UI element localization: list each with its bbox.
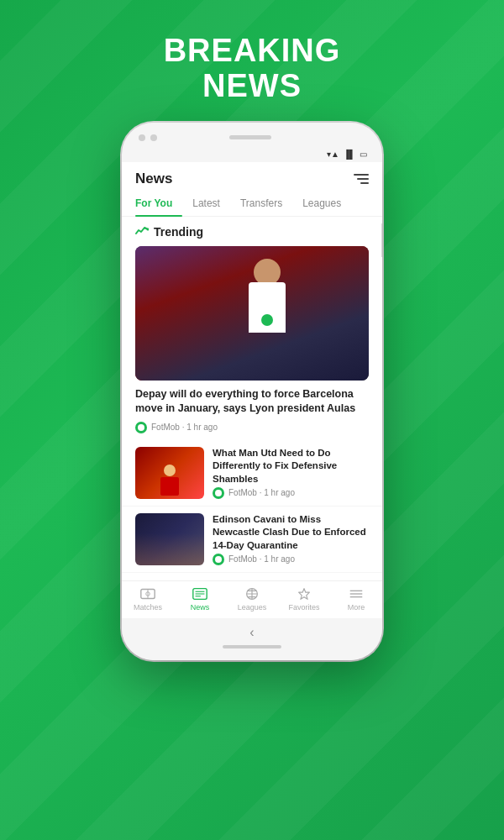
page-header: BREAKING NEWS [164, 0, 341, 104]
nav-leagues[interactable]: Leagues [234, 586, 270, 612]
coach-figure [160, 465, 179, 496]
camera-dot [139, 134, 145, 141]
article-content-2: Edinson Cavani to Miss Newcastle Clash D… [213, 513, 369, 565]
tab-leagues[interactable]: Leagues [292, 192, 351, 216]
fotmob-logo-inner [138, 424, 144, 431]
fotmob-logo-1 [213, 487, 224, 499]
filter-line-2 [357, 178, 369, 180]
player-figure [229, 259, 305, 381]
featured-article-image[interactable] [135, 246, 369, 381]
filter-line-1 [354, 174, 369, 176]
more-icon [347, 586, 365, 601]
back-button[interactable]: ‹ [249, 625, 254, 640]
tab-transfers[interactable]: Transfers [230, 192, 292, 216]
more-label: More [348, 603, 365, 612]
article-list: What Man Utd Need to Do Differently to F… [122, 437, 382, 576]
phone-top-bar [122, 123, 382, 148]
nav-tabs: For You Latest Transfers Leagues [122, 192, 382, 217]
fotmob-logo-inner-1 [215, 490, 222, 496]
fotmob-logo-2 [213, 554, 224, 565]
news-icon [191, 586, 209, 601]
nav-favorites[interactable]: Favorites [286, 586, 323, 612]
article-title-2: Edinson Cavani to Miss Newcastle Clash D… [213, 513, 369, 553]
article-title-1: What Man Utd Need to Do Differently to F… [213, 447, 369, 486]
coach-head [164, 465, 176, 476]
tab-latest[interactable]: Latest [182, 192, 230, 216]
favorites-label: Favorites [288, 603, 319, 612]
article-meta-2: FotMob · 1 hr ago [213, 554, 369, 565]
jersey-logo [261, 314, 273, 326]
status-bar: ▾▲ ▐▌ ▭ [122, 148, 382, 162]
phone-bottom-bar: ‹ [122, 618, 382, 660]
wifi-icon: ▾▲ [327, 150, 339, 159]
featured-article[interactable]: Depay will do everything to force Barcel… [122, 381, 382, 437]
leagues-label: Leagues [238, 603, 267, 612]
nav-more[interactable]: More [338, 586, 375, 612]
home-indicator[interactable] [223, 645, 281, 648]
side-button [381, 223, 382, 257]
favorites-icon [295, 586, 313, 601]
filter-button[interactable] [354, 174, 369, 184]
app-screen: News For You Latest Transfers Leagues Tr… [122, 162, 382, 618]
matches-label: Matches [134, 603, 162, 612]
battery-icon: ▭ [360, 150, 367, 159]
article-meta-1: FotMob · 1 hr ago [213, 487, 369, 499]
signal-icon: ▐▌ [344, 150, 355, 159]
player-torso [249, 282, 286, 333]
app-header: News [122, 162, 382, 192]
fotmob-logo-inner-2 [215, 556, 222, 563]
thumb-image-1 [135, 447, 204, 499]
article-item-1[interactable]: What Man Utd Need to Do Differently to F… [122, 440, 382, 507]
matches-icon [139, 586, 157, 601]
app-title: News [135, 171, 172, 187]
camera-dot-2 [150, 134, 157, 141]
article-thumb-1 [135, 447, 204, 499]
article-source-2: FotMob · 1 hr ago [228, 554, 295, 564]
breaking-news-title: BREAKING NEWS [164, 34, 341, 104]
filter-line-3 [360, 182, 369, 184]
nav-news[interactable]: News [181, 586, 218, 612]
phone-cameras [139, 134, 157, 141]
leagues-icon [243, 586, 261, 601]
featured-source: FotMob · 1 hr ago [151, 423, 218, 432]
article-content-1: What Man Utd Need to Do Differently to F… [213, 447, 369, 499]
tab-for-you[interactable]: For You [135, 192, 182, 216]
trending-label: Trending [154, 225, 203, 239]
thumb-image-2 [135, 513, 204, 565]
article-source-1: FotMob · 1 hr ago [228, 488, 295, 497]
trending-icon [135, 225, 149, 239]
phone-mockup: ▾▲ ▐▌ ▭ News For You Latest Transfers Le… [122, 123, 382, 660]
featured-article-title: Depay will do everything to force Barcel… [135, 387, 369, 417]
featured-article-meta: FotMob · 1 hr ago [135, 422, 369, 433]
trending-section-header: Trending [122, 217, 382, 246]
news-label: News [191, 603, 210, 612]
fotmob-logo [135, 422, 147, 433]
bottom-navigation: Matches News [122, 580, 382, 618]
article-thumb-2 [135, 513, 204, 565]
article-item-2[interactable]: Edinson Cavani to Miss Newcastle Clash D… [122, 507, 382, 573]
phone-speaker [229, 135, 271, 139]
svg-marker-9 [299, 588, 310, 599]
nav-matches[interactable]: Matches [129, 586, 166, 612]
coach-body [160, 477, 179, 496]
